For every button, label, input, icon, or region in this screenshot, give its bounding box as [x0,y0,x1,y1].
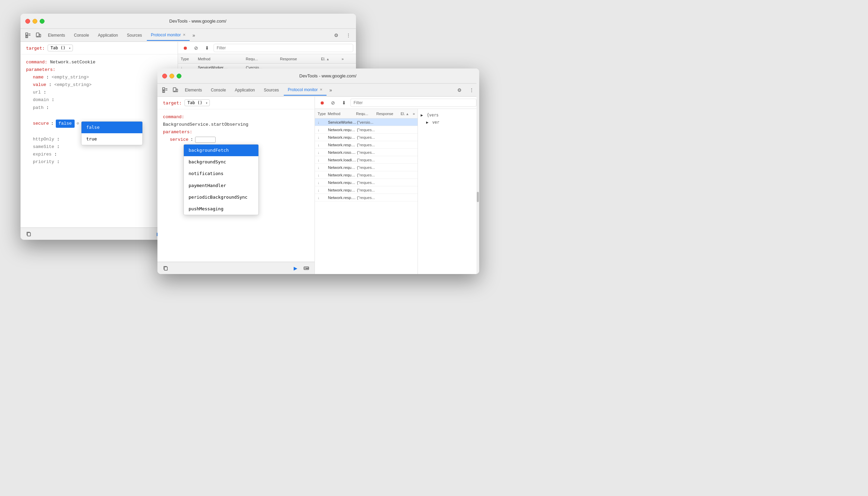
svg-rect-0 [26,33,28,35]
tab-protocol-monitor-2[interactable]: Protocol monitor ✕ [284,85,327,96]
inspect-icon-1[interactable] [23,30,33,40]
table-row[interactable]: ↓ Network.reque.... {"reques... [315,134,418,141]
more-icon-2[interactable]: ⋮ [467,85,476,95]
send-icon-2[interactable]: ▶ [291,264,299,272]
table-row[interactable]: ↓ Network.reque.... {"reques... [315,171,418,179]
tab-close-2[interactable]: ✕ [320,88,322,91]
code-path-line: path : [26,104,172,112]
detail-line-2: ▶ ver [421,119,476,126]
keyboard-icon-2[interactable] [302,264,310,272]
svg-rect-17 [163,88,165,90]
service-option-backgroundSync[interactable]: backgroundSync [184,156,258,168]
svg-rect-8 [27,233,30,236]
close-button-2[interactable] [162,74,167,78]
service-dropdown: backgroundFetch backgroundSync notificat… [183,144,259,215]
service-option-paymentHandler[interactable]: paymentHandler [184,180,258,191]
dropdown-true[interactable]: true [81,133,142,145]
dropdown-false[interactable]: false [81,122,142,133]
table-row[interactable]: ↓ Network.respo.... {"reques... [315,141,418,149]
table-header-2: Type Method Requ... Response El.▲ » [315,109,418,119]
col-response-2: Response [376,112,400,116]
col-type-2: Type [318,112,328,116]
left-panel-1: target: Tab () command: Network.setCooki… [21,42,178,240]
tab-sources-1[interactable]: Sources [123,30,146,41]
filter-input-2[interactable] [350,99,476,107]
tab-console-2[interactable]: Console [207,85,230,96]
detail-line-1[interactable]: ▶ {vers [421,112,476,119]
table-2: ↓ ServiceWorker.... {"versio... ↓ Networ… [315,119,418,274]
toolbar-1: ⏺ ⊘ ⬇ [178,42,356,54]
service-option-backgroundFetch[interactable]: backgroundFetch [184,145,258,156]
copy-icon-2[interactable] [162,264,170,272]
device-icon-2[interactable] [170,85,180,95]
table-row[interactable]: ↓ Network.reque.... {"reques... [315,186,418,194]
code-secure-line: secure : false ⊘ false true [26,112,172,136]
stop-icon-1[interactable]: ⏺ [181,44,190,52]
table-row[interactable]: ↓ Network.reque.... {"reques... [315,164,418,171]
table-row[interactable]: ↓ Network.resp.... {"reques... [315,194,418,201]
table-row[interactable]: ↓ ServiceWorker.... {"versio... [315,119,418,126]
tab-application-1[interactable]: Application [94,30,122,41]
scrollbar-thumb[interactable] [477,192,479,202]
download-icon-1[interactable]: ⬇ [203,44,212,52]
maximize-button-1[interactable] [40,19,44,24]
window-title-2: DevTools - www.google.com/ [181,73,474,78]
inspect-icon-2[interactable] [160,85,170,95]
tab-elements-2[interactable]: Elements [181,85,206,96]
minimize-button-2[interactable] [169,74,174,78]
target-select-1[interactable]: Tab () [48,45,73,51]
window-title-1: DevTools - www.google.com/ [44,18,351,24]
left-panel-2: target: Tab () command: BackgroundServic… [157,97,315,274]
table-row[interactable]: ↓ Network.loadi.... {"reques... [315,156,418,164]
maximize-button-2[interactable] [177,74,181,78]
table-row[interactable]: ↓ Network.reque.... {"reques... [315,126,418,134]
download-icon-2[interactable]: ⬇ [340,98,348,107]
tab-protocol-monitor-1[interactable]: Protocol monitor ✕ [147,30,190,41]
clear-icon-2[interactable]: ⊘ [329,98,337,107]
close-button-1[interactable] [25,19,30,24]
table-row[interactable]: ↓ Network.reque.... {"reques... [315,179,418,186]
stop-icon-2[interactable]: ⏺ [318,98,327,107]
minimize-button-1[interactable] [33,19,37,24]
tab-console-1[interactable]: Console [70,30,93,41]
tab-sources-2[interactable]: Sources [260,85,283,96]
clear-icon[interactable]: ⊘ [77,120,79,127]
more-tabs-1[interactable]: » [190,30,197,41]
bottom-bar-2: ▶ [157,262,315,274]
service-option-notifications[interactable]: notifications [184,168,258,179]
settings-icon-2[interactable]: ⚙ [455,85,464,95]
tab-elements-1[interactable]: Elements [44,30,69,41]
more-icon-1[interactable]: ⋮ [344,30,353,40]
settings-icon-1[interactable]: ⚙ [331,30,341,40]
copy-icon-1[interactable] [25,230,33,238]
window-content-2: target: Tab () command: BackgroundServic… [157,97,479,274]
secure-value[interactable]: false [56,120,75,128]
col-response-1: Response [280,57,321,61]
svg-rect-6 [39,34,41,37]
devtools-tabs-2: Elements Console Application Sources Pro… [157,84,479,97]
service-option-periodicBackgroundSync[interactable]: periodicBackgroundSync [184,191,258,203]
service-input[interactable] [195,137,216,143]
clear-icon-1[interactable]: ⊘ [192,44,201,52]
code-name-line: name : <empty_string> [26,74,172,81]
titlebar-1: DevTools - www.google.com/ [21,14,356,29]
tab-application-2[interactable]: Application [231,85,259,96]
col-more-2[interactable]: » [413,112,415,116]
target-bar-2: target: Tab () [157,97,315,109]
right-split-2: Type Method Requ... Response El.▲ » ↓ Se… [315,109,479,274]
service-option-pushMessaging[interactable]: pushMessaging [184,203,258,215]
code-priority-line: priority : [26,158,172,166]
filter-input-1[interactable] [214,44,353,52]
col-el-2: El.▲ [400,112,412,116]
tab-close-1[interactable]: ✕ [183,33,186,37]
code-service-line: service : [170,136,309,144]
device-icon-1[interactable] [34,30,43,40]
col-more-1[interactable]: » [342,57,353,61]
more-tabs-2[interactable]: » [327,85,334,96]
col-type-1: Type [181,57,198,61]
table-row[interactable]: ↓ Network.roso.... {"reques... [315,149,418,156]
target-select-2[interactable]: Tab () [184,99,210,106]
col-requ-2: Requ... [356,112,376,116]
toolbar-2: ⏺ ⊘ ⬇ [315,97,479,109]
bottom-bar-1: ▶ [21,227,178,240]
